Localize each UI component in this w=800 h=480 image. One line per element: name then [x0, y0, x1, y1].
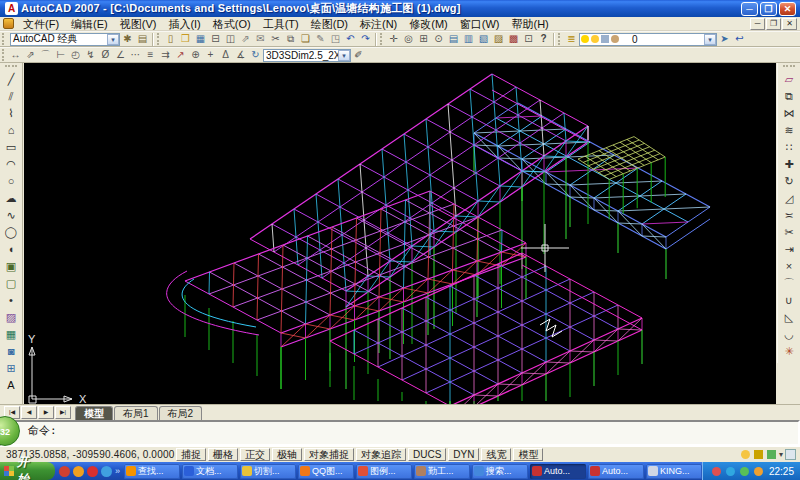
- taskbar-task-button[interactable]: 文档...: [182, 464, 238, 479]
- line-icon[interactable]: ╱: [3, 71, 20, 88]
- chamfer-icon[interactable]: ◺: [781, 309, 798, 326]
- tab-nav-button[interactable]: ◀: [21, 406, 37, 419]
- layout-tab[interactable]: 布局2: [159, 406, 203, 420]
- quick-leader-icon[interactable]: ↗: [173, 48, 188, 62]
- layout-tab[interactable]: 模型: [75, 406, 113, 420]
- status-toggle[interactable]: 极轴: [272, 448, 302, 461]
- dim-style-icon[interactable]: ✐: [351, 48, 366, 62]
- toolbar-grip[interactable]: [157, 33, 161, 45]
- make-block-icon[interactable]: ▢: [3, 275, 20, 292]
- status-toggle[interactable]: DYN: [448, 448, 479, 461]
- taskbar-task-button[interactable]: Auto...: [530, 464, 586, 479]
- spline-icon[interactable]: ∿: [3, 207, 20, 224]
- ellipse-arc-icon[interactable]: ◖: [3, 241, 20, 258]
- construction-line-icon[interactable]: ⫽: [3, 88, 20, 105]
- layer-properties-manager-icon[interactable]: ≣: [564, 32, 579, 46]
- array-icon[interactable]: ∷: [781, 139, 798, 156]
- properties-icon[interactable]: ▤: [446, 32, 461, 46]
- tray-icon-1[interactable]: [712, 467, 721, 476]
- menu-item[interactable]: 修改(M): [403, 17, 454, 31]
- dim-text-edit-icon[interactable]: ∡: [233, 48, 248, 62]
- quicklaunch-3-icon[interactable]: [87, 466, 98, 477]
- command-line[interactable]: 命令:: [0, 420, 800, 446]
- layer-freeze-sun-icon[interactable]: [591, 35, 599, 43]
- tool-palettes-icon[interactable]: ▧: [476, 32, 491, 46]
- layer-on-bulb-icon[interactable]: [581, 35, 589, 43]
- status-toggle[interactable]: 线宽: [481, 448, 511, 461]
- workspace-settings-icon[interactable]: ✱: [120, 32, 135, 46]
- status-toggle[interactable]: 对象捕捉: [304, 448, 354, 461]
- communication-center-icon[interactable]: [741, 450, 750, 459]
- taskbar-task-button[interactable]: 搜索...: [472, 464, 528, 479]
- dim-jogged-icon[interactable]: ↯: [83, 48, 98, 62]
- toolbar-grip[interactable]: [783, 65, 795, 69]
- taskbar-task-button[interactable]: 勤工...: [414, 464, 470, 479]
- mirror-icon[interactable]: ⋈: [781, 105, 798, 122]
- taskbar-task-button[interactable]: 切割...: [240, 464, 296, 479]
- chevron-down-icon[interactable]: ▾: [338, 50, 350, 61]
- doc-minimize-button[interactable]: ─: [750, 18, 765, 30]
- status-toggle[interactable]: 正交: [240, 448, 270, 461]
- erase-icon[interactable]: ▱: [781, 71, 798, 88]
- taskbar-task-button[interactable]: 查找...: [124, 464, 180, 479]
- menu-item[interactable]: 插入(I): [162, 17, 206, 31]
- plot-preview-icon[interactable]: ◫: [223, 32, 238, 46]
- minimize-button[interactable]: ─: [741, 2, 758, 16]
- standards-icon[interactable]: [767, 450, 776, 459]
- tolerance-icon[interactable]: ⊕: [188, 48, 203, 62]
- tray-arrow-icon[interactable]: ▾: [779, 450, 783, 459]
- dim-style-combo[interactable]: 3D3SDim2.5_2X ▾: [263, 49, 351, 62]
- dim-aligned-icon[interactable]: ⇗: [23, 48, 38, 62]
- center-mark-icon[interactable]: +: [203, 48, 218, 62]
- quick-launch-more-icon[interactable]: »: [115, 466, 120, 476]
- layer-combo[interactable]: 0 ▾: [579, 33, 717, 46]
- workspace-combo[interactable]: AutoCAD 经典 ▾: [10, 33, 120, 46]
- layout-tab[interactable]: 布局1: [114, 406, 158, 420]
- fillet-icon[interactable]: ◡: [781, 326, 798, 343]
- menu-item[interactable]: 视图(V): [114, 17, 163, 31]
- help-icon[interactable]: ?: [536, 32, 551, 46]
- menu-item[interactable]: 编辑(E): [65, 17, 114, 31]
- designcenter-icon[interactable]: ▥: [461, 32, 476, 46]
- taskbar-task-button[interactable]: KING...: [646, 464, 702, 479]
- gradient-icon[interactable]: ▦: [3, 326, 20, 343]
- zoom-realtime-icon[interactable]: ◎: [401, 32, 416, 46]
- dim-linear-icon[interactable]: ↔: [8, 48, 23, 62]
- tray-icon-3[interactable]: [740, 467, 749, 476]
- make-object-layer-current-icon[interactable]: ➤: [717, 32, 732, 46]
- dim-continue-icon[interactable]: ⇉: [158, 48, 173, 62]
- markup-set-manager-icon[interactable]: ▩: [506, 32, 521, 46]
- quick-dimension-icon[interactable]: ⋯: [128, 48, 143, 62]
- workspace-save-icon[interactable]: ▤: [135, 32, 150, 46]
- revision-cloud-icon[interactable]: ☁: [3, 190, 20, 207]
- match-properties-icon[interactable]: ✎: [313, 32, 328, 46]
- block-editor-icon[interactable]: ◳: [328, 32, 343, 46]
- rectangle-icon[interactable]: ▭: [3, 139, 20, 156]
- move-icon[interactable]: ✚: [781, 156, 798, 173]
- menu-item[interactable]: 格式(O): [207, 17, 257, 31]
- dim-arc-length-icon[interactable]: ⌒: [38, 48, 53, 62]
- region-icon[interactable]: ◙: [3, 343, 20, 360]
- quicklaunch-1-icon[interactable]: [59, 466, 70, 477]
- tab-nav-button[interactable]: ▶|: [55, 406, 71, 419]
- taskbar-task-button[interactable]: 图例...: [356, 464, 412, 479]
- zoom-previous-icon[interactable]: ⊙: [431, 32, 446, 46]
- plot-icon[interactable]: ⊟: [208, 32, 223, 46]
- explode-icon[interactable]: ✳: [781, 343, 798, 360]
- menu-item[interactable]: 窗口(W): [454, 17, 506, 31]
- status-toggle[interactable]: 捕捉: [176, 448, 206, 461]
- dim-update-icon[interactable]: ↻: [248, 48, 263, 62]
- undo-icon[interactable]: ↶: [343, 32, 358, 46]
- hatch-icon[interactable]: ▨: [3, 309, 20, 326]
- break-at-point-icon[interactable]: ×: [781, 258, 798, 275]
- toolbar-grip[interactable]: [380, 33, 384, 45]
- close-button[interactable]: ✕: [779, 2, 796, 16]
- rotate-icon[interactable]: ↻: [781, 173, 798, 190]
- dim-baseline-icon[interactable]: ≡: [143, 48, 158, 62]
- toolbar-grip[interactable]: [5, 65, 17, 69]
- tray-icon-2[interactable]: [726, 467, 735, 476]
- status-toggle[interactable]: 模型: [513, 448, 543, 461]
- point-icon[interactable]: •: [3, 292, 20, 309]
- layer-plot-icon[interactable]: [611, 35, 619, 43]
- taskbar-task-button[interactable]: Auto...: [588, 464, 644, 479]
